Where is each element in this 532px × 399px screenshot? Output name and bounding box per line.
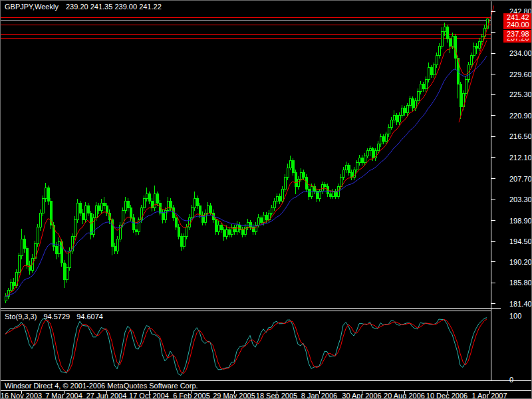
y-axis-label: 220.90 <box>509 112 532 120</box>
y-axis-label: 207.70 <box>509 175 532 184</box>
y-axis-label: 181.40 <box>509 300 532 309</box>
indicator-window[interactable] <box>1 311 491 380</box>
y-axis-label: 185.80 <box>509 279 532 287</box>
x-axis-label: 20 Aug 2006 <box>384 392 425 399</box>
indicator-scale-label: 100 <box>509 312 521 321</box>
y-axis-label: 212.10 <box>509 154 532 162</box>
x-axis-label: 17 Oct 2004 <box>129 392 169 399</box>
x-axis-label: 10 Dec 2006 <box>426 392 467 399</box>
main-chart-window[interactable] <box>1 1 491 308</box>
indicator-scale-label: 0 <box>509 376 513 384</box>
x-axis-label: 1 Apr 2007 <box>471 392 507 399</box>
price-line-label: 240.00 <box>503 21 532 29</box>
y-axis-label: 194.50 <box>509 237 532 246</box>
x-axis-label: 7 Mar 2004 <box>45 392 82 399</box>
y-axis-label: 225.30 <box>509 90 532 99</box>
x-axis-label: 29 May 2005 <box>213 392 255 399</box>
x-axis-label: 6 Feb 2005 <box>173 392 210 399</box>
x-axis-label: 8 Jan 2006 <box>301 392 337 399</box>
y-axis-label: 229.60 <box>509 70 532 79</box>
x-axis-label: 30 Apr 2006 <box>342 392 381 399</box>
mt4-chart-window: GBPJPY,Weekly 239.20 241.35 239.00 241.2… <box>0 0 532 399</box>
y-axis-label: 198.90 <box>509 217 532 225</box>
x-axis-label: 27 Jun 2004 <box>86 392 127 399</box>
x-axis-label: 16 Nov 2003 <box>1 392 42 399</box>
y-axis-label: 190.20 <box>509 258 532 267</box>
y-axis-label: 203.30 <box>509 196 532 204</box>
y-axis-label: 216.50 <box>509 132 532 141</box>
x-axis-label: 18 Sep 2005 <box>256 392 297 399</box>
price-line-label: 237.98 <box>503 30 532 39</box>
status-bar: Windsor Direct 4, © 2001-2006 MetaQuotes… <box>5 382 198 390</box>
y-axis-label: 234.00 <box>509 49 532 58</box>
